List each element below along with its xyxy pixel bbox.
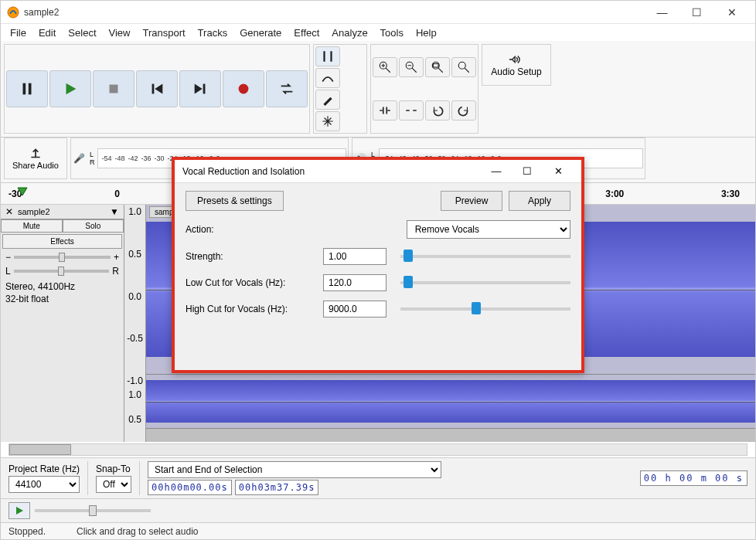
redo-button[interactable] [451, 100, 476, 121]
meter-channel-l: LR [90, 151, 95, 166]
zoom-in-button[interactable] [373, 57, 397, 77]
zoom-out-button[interactable] [399, 57, 424, 77]
audio-setup-button[interactable]: Audio Setup [482, 44, 551, 86]
menu-analyze[interactable]: Analyze [325, 25, 373, 40]
titlebar: sample2 — ☐ ✕ [1, 1, 755, 24]
lowcut-slider[interactable] [400, 281, 570, 284]
action-select[interactable]: Remove Vocals [407, 220, 570, 239]
stop-button[interactable] [93, 70, 135, 107]
highcut-label: High Cut for Vocals (Hz): [186, 304, 317, 314]
menu-edit[interactable]: Edit [32, 25, 62, 40]
menu-transport[interactable]: Transport [136, 25, 191, 40]
loop-button[interactable] [266, 70, 308, 107]
status-state: Stopped. [9, 526, 46, 537]
svg-rect-5 [203, 84, 206, 94]
strength-label: Strength: [186, 251, 317, 262]
envelope-tool[interactable] [315, 68, 340, 88]
svg-point-0 [8, 7, 19, 18]
mute-button[interactable]: Mute [1, 219, 63, 233]
svg-rect-2 [29, 83, 32, 95]
menu-select[interactable]: Select [62, 25, 102, 40]
multi-tool[interactable] [315, 111, 340, 131]
svg-point-6 [239, 84, 249, 94]
play-button[interactable] [49, 70, 91, 107]
track-info: Stereo, 44100Hz 32-bit float [1, 278, 124, 308]
preview-button[interactable]: Preview [441, 191, 502, 211]
draw-tool[interactable] [315, 90, 340, 110]
horizontal-scrollbar[interactable] [9, 443, 747, 456]
track-control-panel: ✕ sample2 ▼ Mute Solo Effects − + L R St… [1, 205, 124, 442]
selection-end-field[interactable]: 00h03m37.39s [235, 480, 319, 495]
selection-toolbar: Project Rate (Hz) 44100 Snap-To Off Star… [1, 458, 755, 499]
timeline-mark: 3:30 [721, 188, 740, 199]
status-bar: Stopped. Click and drag to select audio [1, 522, 755, 539]
dialog-maximize-button[interactable]: ☐ [512, 161, 543, 182]
skip-end-button[interactable] [179, 70, 221, 107]
silence-button[interactable] [399, 100, 424, 121]
maximize-button[interactable]: ☐ [679, 1, 714, 23]
dialog-minimize-button[interactable]: — [481, 161, 512, 182]
share-label: Share Audio [12, 161, 59, 170]
selection-mode-select[interactable]: Start and End of Selection [148, 461, 441, 478]
selection-start-field[interactable]: 00h00m00.00s [148, 480, 232, 495]
menu-tools[interactable]: Tools [374, 25, 410, 40]
strength-slider[interactable] [400, 255, 570, 258]
trim-button[interactable] [373, 100, 397, 121]
zoom-group [370, 44, 478, 134]
record-button[interactable] [223, 70, 264, 107]
presets-button[interactable]: Presets & settings [186, 191, 284, 211]
project-rate-label: Project Rate (Hz) [9, 464, 80, 474]
menu-help[interactable]: Help [410, 25, 443, 40]
strength-input[interactable] [323, 248, 387, 265]
toolbar-row-1: Audio Setup [1, 41, 755, 138]
selection-tool[interactable] [315, 46, 340, 66]
svg-point-11 [458, 62, 465, 69]
timeline-mark: 3:00 [605, 188, 624, 199]
track-close-button[interactable]: ✕ [4, 206, 15, 217]
undo-button[interactable] [425, 100, 450, 121]
transport-group [4, 44, 310, 134]
apply-button[interactable]: Apply [509, 191, 570, 211]
menu-view[interactable]: View [103, 25, 137, 40]
pause-button[interactable] [6, 70, 48, 107]
svg-rect-1 [23, 83, 26, 95]
skip-start-button[interactable] [136, 70, 178, 107]
position-display[interactable]: 00 h 00 m 00 s [640, 470, 747, 486]
tools-group [313, 44, 367, 134]
svg-rect-4 [152, 84, 155, 94]
fit-project-button[interactable] [451, 57, 476, 77]
window-title: sample2 [24, 7, 645, 18]
highcut-input[interactable] [323, 301, 387, 318]
close-button[interactable]: ✕ [714, 1, 749, 23]
effects-button[interactable]: Effects [2, 234, 122, 249]
svg-rect-10 [433, 64, 438, 68]
lowcut-input[interactable] [323, 274, 387, 291]
play-at-speed-button[interactable] [9, 502, 30, 519]
solo-button[interactable]: Solo [63, 219, 124, 233]
app-icon [7, 6, 19, 19]
track-name[interactable]: sample2 [15, 207, 110, 216]
svg-rect-3 [110, 85, 118, 93]
dialog-close-button[interactable]: ✕ [543, 161, 574, 182]
audio-setup-label: Audio Setup [491, 66, 541, 77]
share-audio-button[interactable]: Share Audio [4, 138, 67, 179]
lowcut-label: Low Cut for Vocals (Hz): [186, 277, 317, 288]
gain-slider[interactable]: − + [1, 250, 124, 264]
menu-effect[interactable]: Effect [288, 25, 325, 40]
fit-selection-button[interactable] [425, 57, 450, 77]
minimize-button[interactable]: — [645, 1, 679, 23]
highcut-slider[interactable] [400, 307, 570, 311]
menu-tracks[interactable]: Tracks [192, 25, 234, 40]
menu-file[interactable]: File [4, 25, 32, 40]
menu-generate[interactable]: Generate [233, 25, 288, 40]
play-at-speed-toolbar [1, 499, 755, 522]
menubar: File Edit Select View Transport Tracks G… [1, 24, 755, 41]
action-label: Action: [186, 224, 312, 235]
track-menu-button[interactable]: ▼ [110, 206, 121, 217]
pan-slider[interactable]: L R [1, 264, 124, 278]
speed-slider[interactable] [35, 509, 151, 512]
vocal-reduction-dialog: Vocal Reduction and Isolation — ☐ ✕ Pres… [172, 157, 584, 373]
project-rate-select[interactable]: 44100 [9, 476, 80, 493]
snap-to-select[interactable]: Off [96, 476, 131, 493]
playhead-icon[interactable] [16, 186, 29, 199]
